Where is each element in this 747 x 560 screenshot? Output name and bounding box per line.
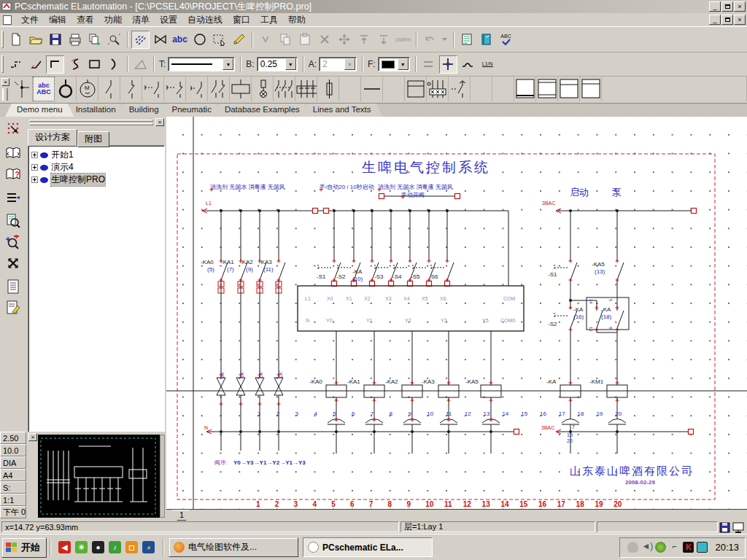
symbol-text-abc[interactable]: abcABC xyxy=(33,77,55,101)
omrh-button[interactable]: OMRH xyxy=(394,31,412,49)
menu-0[interactable]: 文件 xyxy=(16,13,44,27)
edit-notes-icon[interactable] xyxy=(3,298,23,317)
start-button[interactable]: 开始 xyxy=(1,537,47,558)
page-tab-1[interactable]: 1 xyxy=(172,510,191,521)
minimize-button[interactable]: _ xyxy=(709,1,721,12)
menu-1[interactable]: 编辑 xyxy=(44,13,71,27)
menu-7[interactable]: 窗口 xyxy=(228,13,255,27)
open-folder-button[interactable] xyxy=(26,31,44,49)
symbol-tab-demo-menu[interactable]: Demo menu xyxy=(5,104,74,117)
wire-hop-button[interactable] xyxy=(459,55,477,74)
palette-grip[interactable] xyxy=(2,88,8,101)
copy-button[interactable] xyxy=(276,31,294,49)
save-button[interactable] xyxy=(46,31,64,49)
explorer-tab[interactable]: 附图 xyxy=(77,131,109,147)
color-dropdown[interactable]: ▼ xyxy=(398,58,409,70)
lines-mode-button[interactable] xyxy=(131,31,150,49)
network-globe-icon[interactable] xyxy=(655,542,666,553)
expand-icon[interactable] xyxy=(31,176,38,183)
symbol-box-top-rule2[interactable] xyxy=(580,77,602,101)
preview-close-icon[interactable]: × xyxy=(28,433,37,441)
mdi-document-icon[interactable] xyxy=(3,15,12,25)
explorer-tab[interactable]: 设计方案 xyxy=(28,129,77,146)
menu-3[interactable]: 功能 xyxy=(99,13,127,27)
expand-icon[interactable] xyxy=(31,152,38,158)
expand-icon[interactable] xyxy=(31,164,38,171)
angle-line-tool[interactable] xyxy=(26,55,44,74)
symbol-slot-empty-4[interactable] xyxy=(492,77,514,101)
tree-row[interactable]: 开始1 xyxy=(30,149,163,161)
symbol-relay-coil[interactable] xyxy=(230,77,252,101)
area-select-button[interactable] xyxy=(210,31,228,49)
thunder-icon[interactable]: ◀ xyxy=(58,541,71,553)
kaspersky-icon[interactable]: K xyxy=(683,542,694,553)
symbol-make-contact[interactable] xyxy=(98,77,120,101)
symbol-box[interactable] xyxy=(405,77,427,101)
page-preview[interactable] xyxy=(38,435,160,518)
preview-scrollbar[interactable] xyxy=(160,435,165,518)
restore-button[interactable] xyxy=(721,1,733,12)
notes-page-icon[interactable] xyxy=(3,277,23,296)
symbol-motor-starter[interactable] xyxy=(449,77,471,101)
symbol-tab-pneumatic[interactable]: Pneumatic xyxy=(160,104,223,117)
undo-dropdown[interactable] xyxy=(440,31,449,49)
slope-tool[interactable] xyxy=(131,55,150,74)
symbol-terminal-block[interactable] xyxy=(295,77,317,101)
symbol-contact-dashed-nc[interactable] xyxy=(164,77,186,101)
symbol-slot-empty-3[interactable] xyxy=(471,77,492,101)
symbol-break-contact[interactable] xyxy=(120,77,142,101)
panel-handle[interactable] xyxy=(29,120,153,122)
tree-row[interactable]: 演示4 xyxy=(30,161,163,174)
task-button-browser[interactable]: 电气绘图软件及... xyxy=(169,537,298,557)
object-lister-button[interactable] xyxy=(457,31,476,49)
pan-view-icon[interactable] xyxy=(3,254,23,273)
symbol-three-phase-contacts[interactable] xyxy=(274,77,295,101)
flashget-icon[interactable]: ◻ xyxy=(125,541,138,553)
symbol-slot-empty-1[interactable] xyxy=(339,77,361,101)
database-button[interactable] xyxy=(477,31,495,49)
setting-cell-2[interactable]: DIA xyxy=(0,456,26,469)
setting-cell-1[interactable]: 10.0 xyxy=(0,444,26,456)
media-player-icon[interactable]: ☀ xyxy=(75,541,88,553)
line-type-dropdown[interactable]: ▼ xyxy=(222,58,233,70)
arc-tool[interactable] xyxy=(105,55,123,74)
page-export-button[interactable] xyxy=(85,31,104,49)
palette-close-icon[interactable]: × xyxy=(1,78,9,86)
tree-item-label[interactable]: 演示4 xyxy=(51,161,74,174)
paste-button[interactable] xyxy=(295,31,314,49)
menu-5[interactable]: 设置 xyxy=(155,13,182,27)
angle-dropdown[interactable]: ▼ xyxy=(344,58,355,70)
parallel-lines-button[interactable] xyxy=(419,55,438,74)
symbol-connection-point[interactable] xyxy=(11,77,33,101)
tree-item-label[interactable]: 开始1 xyxy=(51,149,74,161)
color-select[interactable]: ▼ xyxy=(378,57,410,71)
menu-6[interactable]: 自动连线 xyxy=(182,13,228,27)
right-angle-tool[interactable] xyxy=(46,55,64,74)
symbol-box-plain[interactable] xyxy=(514,77,536,101)
symbol-tab-lines-and-texts[interactable]: Lines and Texts xyxy=(301,104,383,117)
symbol-box-double-rule[interactable] xyxy=(536,77,558,101)
help-book-icon[interactable]: ? xyxy=(3,165,23,184)
close-button[interactable]: × xyxy=(734,1,746,12)
page-browse-icon[interactable] xyxy=(3,144,23,163)
curve-tool[interactable] xyxy=(66,55,84,74)
panel-handle2[interactable] xyxy=(29,123,153,125)
symbols-mode-button[interactable] xyxy=(151,31,169,49)
setting-cell-0[interactable]: 2.50 xyxy=(0,432,26,444)
symbol-contact-delay[interactable] xyxy=(186,77,208,101)
junction-point-button[interactable] xyxy=(439,55,457,74)
drawing-canvas[interactable]: 生啤电气控制系统清洗剂 无菌水 消毒液 无菌风手/自动20 / 10秒启动清洗剂… xyxy=(166,117,747,509)
symbol-line[interactable] xyxy=(361,77,383,101)
line-type-select[interactable]: ▼ xyxy=(168,57,235,71)
net-label-button[interactable]: L1/N xyxy=(479,55,497,74)
symbol-slot-empty-2[interactable] xyxy=(383,77,405,101)
setting-cell-5[interactable]: 1:1 xyxy=(0,494,26,506)
polyline-tool[interactable] xyxy=(7,55,25,74)
mdi-restore-button[interactable] xyxy=(721,15,733,25)
camera-icon[interactable] xyxy=(697,542,708,553)
symbol-tab-database-examples[interactable]: Database Examples xyxy=(213,104,311,117)
zoom-select-icon[interactable] xyxy=(3,233,23,252)
point-grid-icon[interactable] xyxy=(3,119,23,138)
app-icon[interactable] xyxy=(1,1,12,12)
setting-cell-4[interactable]: S: xyxy=(0,481,26,494)
